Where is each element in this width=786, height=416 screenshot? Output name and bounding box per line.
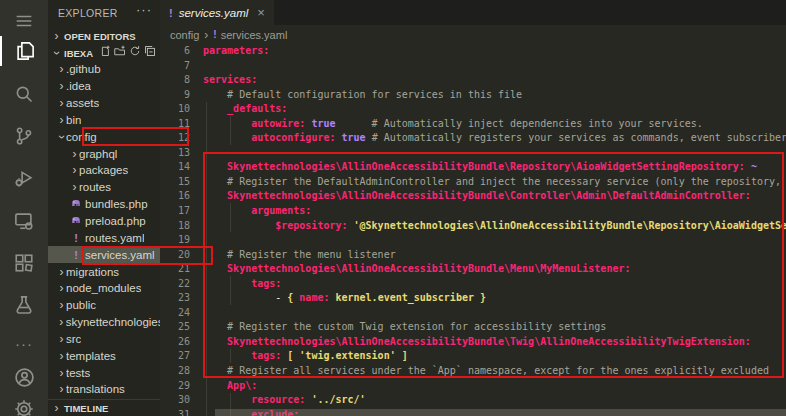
refresh-icon[interactable] <box>129 45 141 57</box>
code-line-text[interactable]: resource: '../src/' <box>203 393 366 408</box>
breadcrumb-config[interactable]: config <box>170 29 199 41</box>
tree-item-routes[interactable]: ›routes <box>48 179 160 196</box>
tab-bar: ! services.yaml × <box>160 0 786 25</box>
line-number: 16 <box>160 189 190 204</box>
tree-item-translations[interactable]: ›translations <box>48 381 160 398</box>
code-line-text[interactable]: parameters: <box>203 44 269 59</box>
tree-item-config[interactable]: ›config <box>48 128 160 145</box>
code-line-text[interactable]: Skynettechnologies\AllinOneAccessibility… <box>203 189 751 204</box>
chevron-right-icon: › <box>57 283 66 293</box>
tree-item-migrations[interactable]: ›migrations <box>48 263 160 280</box>
test-beaker-icon[interactable] <box>0 290 48 320</box>
line-number: 30 <box>160 393 190 408</box>
code-line-text[interactable]: Skynettechnologies\AllinOneAccessibility… <box>203 160 757 175</box>
tree-item-public[interactable]: ›public <box>48 297 160 314</box>
tree-item-assets[interactable]: ›assets <box>48 95 160 112</box>
code-line-18: 18 $repository: '@Skynettechnologies\All… <box>160 219 786 234</box>
code-line-8: 8services: <box>160 73 786 88</box>
chevron-right-icon: › <box>70 165 79 175</box>
yaml-file-icon: ! <box>70 232 82 244</box>
tree-item-packages[interactable]: ›packages <box>48 162 160 179</box>
code-line-text[interactable]: # Register the DefaultAdminController an… <box>203 175 781 190</box>
code-line-15: 15 # Register the DefaultAdminController… <box>160 175 786 190</box>
new-folder-icon[interactable] <box>114 45 126 57</box>
tree-item-label: translations <box>66 383 125 395</box>
line-number: 29 <box>160 379 190 394</box>
chevron-right-icon: › <box>57 64 66 74</box>
account-icon[interactable] <box>0 362 48 392</box>
extensions-icon[interactable] <box>0 248 48 278</box>
tree-item-services-yaml[interactable]: !services.yaml <box>48 246 160 263</box>
tree-item-src[interactable]: ›src <box>48 331 160 348</box>
tree-item--github[interactable]: ›.github <box>48 61 160 78</box>
tree-item-bin[interactable]: ›bin <box>48 112 160 129</box>
settings-gear-icon[interactable] <box>0 394 48 416</box>
new-file-icon[interactable] <box>99 45 111 57</box>
code-line-text[interactable]: autowire: true # Automatically inject de… <box>203 117 703 132</box>
code-line-text[interactable]: # Register all services under the `App` … <box>203 364 769 379</box>
remote-explorer-icon[interactable] <box>0 206 48 236</box>
chevron-down-icon: › <box>52 49 62 58</box>
tree-item-bundles-php[interactable]: bundles.php <box>48 196 160 213</box>
workspace-label: IBEXA <box>64 48 93 59</box>
code-line-17: 17 arguments: <box>160 204 786 219</box>
code-line-text[interactable]: Skynettechnologies\AllinOneAccessibility… <box>203 335 751 350</box>
timeline-section[interactable]: › TIMELINE <box>48 399 160 416</box>
tree-item-preload-php[interactable]: preload.php <box>48 213 160 230</box>
search-icon[interactable] <box>0 79 48 109</box>
tree-item-graphql[interactable]: ›graphql <box>48 145 160 162</box>
tree-item-templates[interactable]: ›templates <box>48 347 160 364</box>
line-number: 17 <box>160 204 190 219</box>
code-line-text[interactable]: arguments: <box>203 204 311 219</box>
open-editors-section[interactable]: › OPEN EDITORS <box>48 28 160 44</box>
line-number: 31 <box>160 408 190 416</box>
code-line-29: 29 App\: <box>160 379 786 394</box>
tree-item-label: config <box>66 131 97 143</box>
tree-item-tests[interactable]: ›tests <box>48 364 160 381</box>
run-debug-icon[interactable] <box>0 163 48 193</box>
source-control-icon[interactable] <box>0 121 48 151</box>
code-line-text[interactable]: $repository: '@Skynettechnologies\AllinO… <box>203 219 786 234</box>
tree-item-label: node_modules <box>66 282 141 294</box>
code-line-11: 11 autowire: true # Automatically inject… <box>160 117 786 132</box>
code-line-text[interactable]: tags: [ 'twig.extension' ] <box>203 349 408 364</box>
line-number: 10 <box>160 102 190 117</box>
workspace-actions <box>99 45 156 57</box>
collapse-all-icon[interactable] <box>144 45 156 57</box>
tree-item-node-modules[interactable]: ›node_modules <box>48 280 160 297</box>
more-icon[interactable]: ··· <box>0 328 48 358</box>
explorer-icon[interactable] <box>0 36 48 66</box>
code-line-text[interactable]: # Register the custom Twig extension for… <box>203 320 606 335</box>
code-line-text[interactable]: autoconfigure: true # Automatically regi… <box>203 131 786 146</box>
line-number: 12 <box>160 131 190 146</box>
activity-bar: ··· <box>0 0 48 416</box>
code-line-30: 30 resource: '../src/' <box>160 393 786 408</box>
sidebar-more-actions-icon[interactable]: ··· <box>136 2 152 17</box>
tree-item--idea[interactable]: ›.idea <box>48 78 160 95</box>
tree-item-routes-yaml[interactable]: !routes.yaml <box>48 229 160 246</box>
tab-services-yaml[interactable]: ! services.yaml × <box>160 0 274 25</box>
tree-item-label: packages <box>79 164 128 176</box>
code-line-text[interactable]: - { name: kernel.event_subscriber } <box>203 291 486 306</box>
code-line-text[interactable]: services: <box>203 73 257 88</box>
breadcrumb-file[interactable]: services.yaml <box>221 29 288 41</box>
menu-icon[interactable] <box>0 6 48 36</box>
code-line-text[interactable]: _defaults: <box>203 102 287 117</box>
tree-item-skynettechnologies[interactable]: ›skynettechnologies <box>48 314 160 331</box>
horizontal-scrollbar[interactable] <box>215 409 786 416</box>
code-line-text[interactable]: tags: <box>203 277 281 292</box>
code-line-text[interactable]: # Register the menu listener <box>203 248 396 263</box>
code-line-9: 9 # Default configuration for services i… <box>160 88 786 103</box>
chevron-right-icon: › <box>57 368 66 378</box>
chevron-down-icon: › <box>57 132 67 141</box>
tree-item-label: preload.php <box>85 215 146 227</box>
close-icon[interactable]: × <box>257 6 265 19</box>
tree-item-label: skynettechnologies <box>66 316 160 328</box>
code-line-7: 7 <box>160 59 786 74</box>
code-line-text[interactable]: # Default configuration for services in … <box>203 88 522 103</box>
tab-label: services.yaml <box>179 7 249 19</box>
line-number: 8 <box>160 73 190 88</box>
tree-item-label: tests <box>66 367 90 379</box>
code-line-text[interactable]: App\: <box>203 379 257 394</box>
code-line-text[interactable]: Skynettechnologies\AllinOneAccessibility… <box>203 262 630 277</box>
